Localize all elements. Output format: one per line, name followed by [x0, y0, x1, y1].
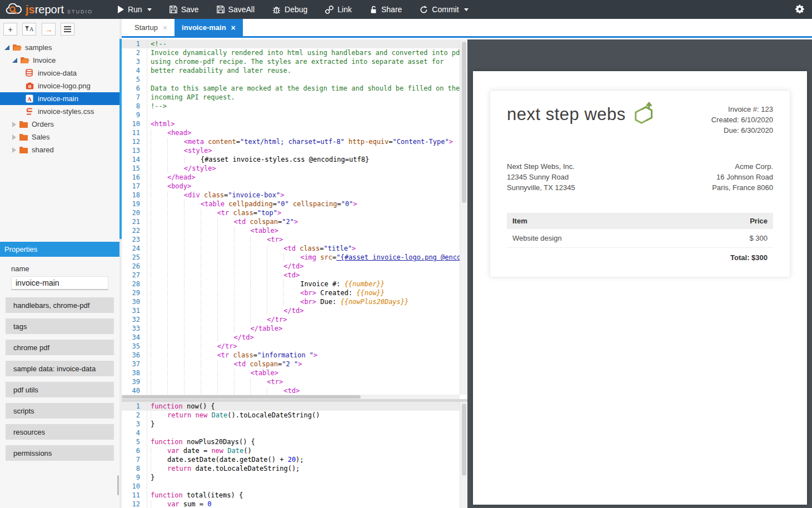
line-number: 13	[122, 146, 147, 155]
tree-menu-button[interactable]	[61, 23, 74, 36]
code-line: 3}	[122, 420, 467, 429]
section-tags[interactable]: tags	[6, 318, 114, 334]
tree-item-sales[interactable]: Sales	[0, 131, 119, 143]
code-text: </style>	[147, 164, 216, 173]
code-line: 36 <tr class="information ">	[122, 351, 467, 360]
save-all-button[interactable]: SaveAll	[217, 5, 255, 14]
close-icon[interactable]: ×	[163, 24, 167, 32]
line-number: 33	[122, 324, 147, 333]
editor-vertical-scrollbar[interactable]	[460, 39, 467, 395]
run-button[interactable]: Run	[117, 5, 152, 14]
expander-closed-icon[interactable]	[12, 147, 16, 153]
editor-tab-bar: Startup × invoice-main ×	[122, 19, 812, 38]
svg-text:A: A	[27, 96, 32, 102]
code-line: 22 <table>	[122, 226, 467, 235]
line-number: 14	[122, 155, 147, 164]
line-number: 30	[122, 297, 147, 306]
line-number: 12	[122, 137, 147, 146]
code-text: }	[147, 420, 155, 429]
name-input[interactable]	[11, 276, 108, 290]
line-number: 2	[122, 48, 147, 57]
name-label: name	[11, 265, 108, 273]
tree-item-invoice-styles[interactable]: invoice-styles.css	[0, 105, 119, 118]
helpers-code-editor[interactable]: 1function now() {2 return new Date().toL…	[122, 402, 467, 508]
editor-horizontal-scrollbar[interactable]	[122, 395, 460, 399]
code-line: 9	[122, 111, 467, 119]
code-text: <table>	[147, 368, 278, 377]
vertical-scrollbar-thumb[interactable]	[462, 42, 466, 203]
code-line: 16 </head>	[122, 173, 467, 182]
line-number: 11	[122, 491, 147, 500]
code-text: <br> Created: {{now}}	[147, 288, 385, 297]
link-button[interactable]: Link	[325, 5, 352, 14]
code-text: better readability and later reuse.	[147, 66, 291, 75]
vertical-scrollbar-thumb[interactable]	[462, 404, 466, 476]
code-text: function nowPlus20Days() {	[147, 437, 255, 446]
run-label: Run	[128, 5, 142, 14]
section-pdf-utils[interactable]: pdf utils	[6, 382, 114, 397]
html-code-editor[interactable]: 1<!--2Invoice dynamically rendered into …	[122, 39, 467, 395]
line-number: 37	[122, 360, 147, 368]
code-line: 32 </tr>	[122, 315, 467, 324]
code-text: incoming API request.	[147, 93, 235, 102]
save-button[interactable]: Save	[170, 5, 199, 14]
code-line: 2Invoice dynamically rendered into html …	[122, 48, 467, 57]
code-text: <tr class="top">	[147, 208, 281, 217]
expander-open-icon[interactable]	[4, 45, 9, 50]
seller-name: Next Step Webs, Inc.	[507, 161, 575, 172]
jsreport-logo[interactable]: jsreport STUDIO	[6, 3, 93, 16]
section-scripts[interactable]: scripts	[6, 403, 114, 419]
line-number: 39	[122, 377, 147, 386]
code-text: <td>	[147, 386, 300, 395]
line-number: 10	[122, 482, 147, 491]
new-entity-button[interactable]: +	[3, 23, 17, 36]
code-text: <html>	[147, 119, 175, 128]
commit-button[interactable]: Commit	[420, 5, 468, 14]
tab-invoice-main[interactable]: invoice-main ×	[175, 19, 243, 36]
horizontal-scrollbar-thumb[interactable]	[122, 395, 361, 399]
sidebar-scrollbar-thumb[interactable]	[117, 475, 119, 495]
tree-item-shared[interactable]: shared	[0, 143, 119, 156]
code-text: </td>	[147, 306, 303, 315]
code-line: 37 <td colspan="2 ">	[122, 360, 467, 368]
share-button[interactable]: Share	[370, 5, 402, 14]
section-resources[interactable]: resources	[6, 424, 114, 440]
logo-js-text: js	[26, 3, 35, 16]
section-chrome-pdf[interactable]: chrome pdf	[6, 340, 114, 355]
invoice-box: next step webs Invoice #: 123 Created: 6…	[490, 90, 790, 277]
helpers-vertical-scrollbar[interactable]	[460, 402, 467, 508]
code-text: Data to this sample are mocked at the de…	[147, 84, 460, 93]
logo-report-text: report	[35, 3, 64, 16]
tab-startup[interactable]: Startup ×	[127, 19, 175, 36]
close-icon[interactable]: ×	[231, 24, 236, 32]
code-line: 12 <meta content="text/html; charset=utf…	[122, 137, 467, 146]
play-icon	[117, 6, 124, 13]
tree-item-invoice-logo[interactable]: invoice-logo.png	[0, 79, 119, 92]
gear-icon	[795, 4, 805, 14]
code-text: return new Date().toLocaleDateString()	[147, 411, 320, 420]
tree-item-invoice-main[interactable]: A invoice-main	[0, 92, 119, 105]
code-line: 8 return date.toLocaleDateString();	[122, 464, 467, 473]
save-all-label: SaveAll	[228, 5, 255, 14]
line-number: 12	[122, 500, 147, 508]
tree-item-samples[interactable]: samples	[0, 41, 119, 54]
settings-gear-button[interactable]	[795, 4, 805, 17]
code-text	[147, 75, 151, 84]
total-cell: Total: $300	[655, 248, 773, 267]
line-number: 7	[122, 455, 147, 464]
tree-item-orders[interactable]: Orders	[0, 118, 119, 131]
collapse-tree-button[interactable]: →	[42, 23, 56, 36]
code-line: 5function nowPlus20Days() {	[122, 437, 467, 446]
filter-by-type-button[interactable]: A	[22, 23, 36, 36]
section-permissions[interactable]: permissions	[6, 445, 114, 461]
properties-sections: handlebars, chrome-pdf tags chrome pdf s…	[6, 297, 114, 461]
section-sample-data[interactable]: sample data: invoice-data	[6, 361, 114, 376]
expander-closed-icon[interactable]	[12, 135, 16, 140]
section-engine-recipe[interactable]: handlebars, chrome-pdf	[6, 297, 114, 313]
code-text: <td>	[147, 271, 300, 280]
tree-item-invoice-data[interactable]: invoice-data	[0, 67, 119, 79]
expander-open-icon[interactable]	[12, 58, 17, 63]
debug-button[interactable]: Debug	[272, 5, 307, 14]
tree-item-invoice[interactable]: Invoice	[0, 54, 119, 67]
expander-closed-icon[interactable]	[12, 122, 16, 127]
